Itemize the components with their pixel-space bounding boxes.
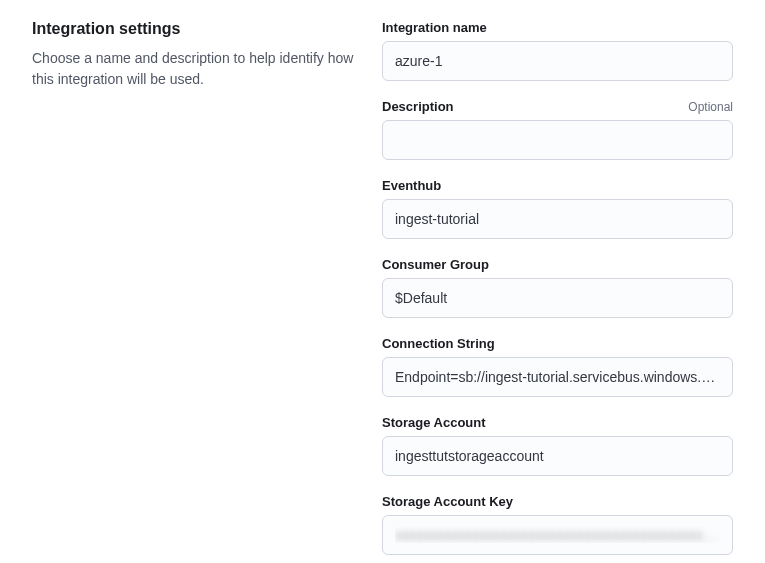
label-description: Description xyxy=(382,99,454,114)
field-storage-account: Storage Account xyxy=(382,415,733,476)
label-storage-account: Storage Account xyxy=(382,415,486,430)
field-description: Description Optional xyxy=(382,99,733,160)
input-consumer-group[interactable] xyxy=(382,278,733,318)
input-integration-name[interactable] xyxy=(382,41,733,81)
input-storage-account[interactable] xyxy=(382,436,733,476)
optional-badge: Optional xyxy=(688,100,733,114)
form-fields: Integration name Description Optional Ev… xyxy=(382,20,733,563)
label-eventhub: Eventhub xyxy=(382,178,441,193)
field-connection-string: Connection String xyxy=(382,336,733,397)
field-storage-account-key: Storage Account Key xyxy=(382,494,733,555)
section-description: Choose a name and description to help id… xyxy=(32,48,358,90)
field-integration-name: Integration name xyxy=(382,20,733,81)
integration-settings-form: Integration settings Choose a name and d… xyxy=(32,20,733,563)
label-storage-account-key: Storage Account Key xyxy=(382,494,513,509)
field-eventhub: Eventhub xyxy=(382,178,733,239)
label-consumer-group: Consumer Group xyxy=(382,257,489,272)
section-header: Integration settings Choose a name and d… xyxy=(32,20,358,563)
input-description[interactable] xyxy=(382,120,733,160)
input-eventhub[interactable] xyxy=(382,199,733,239)
input-connection-string[interactable] xyxy=(382,357,733,397)
section-title: Integration settings xyxy=(32,20,358,38)
label-connection-string: Connection String xyxy=(382,336,495,351)
input-storage-account-key[interactable] xyxy=(382,515,733,555)
field-consumer-group: Consumer Group xyxy=(382,257,733,318)
label-integration-name: Integration name xyxy=(382,20,487,35)
